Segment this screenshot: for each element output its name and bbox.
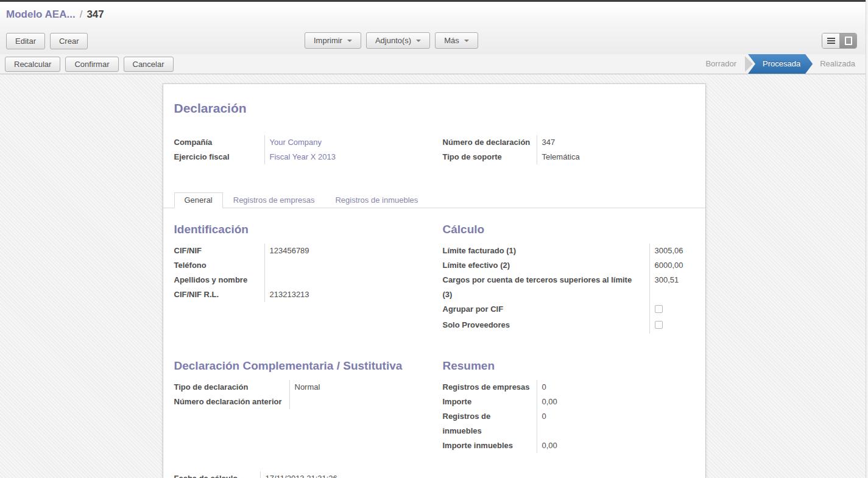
breadcrumb-parent[interactable]: Modelo AEA... <box>6 9 76 21</box>
field-value: 347 <box>537 135 556 150</box>
print-dropdown-button[interactable]: Imprimir <box>305 32 361 49</box>
field-label: Solo Proveedores <box>443 318 650 334</box>
field-numero-declaracion: Número de declaración 347 <box>443 135 694 150</box>
form-icon <box>845 37 852 45</box>
header-fields: Compañía Your Company Ejercicio fiscal F… <box>174 135 694 164</box>
field-label: CIF/NIF R.L. <box>174 287 265 302</box>
field-label: Fecha de cálculo <box>174 471 261 478</box>
fiscal-year-link[interactable]: Fiscal Year X 2013 <box>265 150 336 164</box>
solo-proveedores-checkbox[interactable] <box>655 321 663 329</box>
status-procesada-active: Procesada <box>748 54 813 74</box>
field-tipo-de-declaracion: Tipo de declaración Normal <box>174 380 426 395</box>
field-limite-efectivo: Límite efectivo (2) 6000,00 <box>443 258 694 273</box>
field-value: 123456789 <box>265 244 309 258</box>
form-sheet: Declaración Compañía Your Company Ejerci… <box>163 83 706 478</box>
field-importe-inmuebles: Importe inmuebles 0,00 <box>443 438 694 453</box>
field-label: Agrupar por CIF <box>443 302 650 318</box>
field-value <box>290 395 295 409</box>
field-value: 300,51 <box>650 273 679 302</box>
field-value: Telemática <box>537 150 580 164</box>
field-label: CIF/NIF <box>174 244 265 258</box>
tab-registros-de-empresas[interactable]: Registros de empresas <box>223 192 325 208</box>
list-view-button[interactable] <box>822 33 839 48</box>
field-value: Normal <box>290 380 320 395</box>
field-agrupar-por-cif: Agrupar por CIF <box>443 302 694 318</box>
field-value: 17/11/2013 21:31:26 <box>261 471 337 478</box>
field-numero-declaracion-anterior: Número declaración anterior <box>174 395 426 409</box>
status-realizada: Realizada <box>813 54 863 74</box>
confirm-button[interactable]: Confirmar <box>65 57 118 72</box>
scrollbar-track[interactable] <box>866 0 868 478</box>
field-fecha-de-calculo: Fecha de cálculo 17/11/2013 21:31:26 <box>174 471 694 478</box>
field-value: 6000,00 <box>650 258 683 273</box>
print-label: Imprimir <box>314 36 342 45</box>
form-action-bar: Recalcular Confirmar Cancelar Borrador P… <box>0 54 868 74</box>
field-label: Ejercicio fiscal <box>174 150 265 164</box>
field-label: Compañía <box>174 135 265 150</box>
form-view-button[interactable] <box>839 33 856 48</box>
main-toolbar: Editar Crear Imprimir Adjunto(s) Más <box>0 27 868 54</box>
more-dropdown-button[interactable]: Más <box>435 32 478 49</box>
status-borrador: Borrador <box>698 54 744 74</box>
field-cargos-terceros: Cargos por cuenta de terceros superiores… <box>443 273 694 302</box>
section-title-complementaria: Declaración Complementaria / Sustitutiva <box>174 359 426 373</box>
more-label: Más <box>444 36 459 45</box>
recalculate-button[interactable]: Recalcular <box>5 57 60 72</box>
field-label: Importe <box>443 395 537 409</box>
field-cif-nif: CIF/NIF 123456789 <box>174 244 426 258</box>
field-value <box>265 273 270 287</box>
section-title-calculo: Cálculo <box>443 223 694 236</box>
edit-button[interactable]: Editar <box>6 33 45 49</box>
field-value: 3005,06 <box>650 244 683 258</box>
attachments-dropdown-button[interactable]: Adjunto(s) <box>366 32 430 49</box>
create-button[interactable]: Crear <box>50 33 88 49</box>
action-dropdowns: Imprimir Adjunto(s) Más <box>305 32 483 49</box>
tab-registros-de-inmuebles[interactable]: Registros de inmuebles <box>325 192 428 208</box>
attachments-label: Adjunto(s) <box>375 36 411 45</box>
field-label: Apellidos y nombre <box>174 273 265 287</box>
field-compania: Compañía Your Company <box>174 135 426 150</box>
field-value <box>265 258 270 273</box>
cancel-button[interactable]: Cancelar <box>124 57 174 72</box>
tab-general[interactable]: General <box>174 192 223 208</box>
company-link[interactable]: Your Company <box>265 135 322 150</box>
field-label: Teléfono <box>174 258 265 273</box>
breadcrumb-separator: / <box>80 9 83 21</box>
calc-date-block: Fecha de cálculo 17/11/2013 21:31:26 <box>174 471 694 478</box>
page-title: Declaración <box>174 101 694 116</box>
field-label: Tipo de soporte <box>443 150 537 164</box>
view-switcher <box>822 33 857 49</box>
breadcrumb: Modelo AEA... / 347 <box>0 2 868 27</box>
field-label: Registros de empresas <box>443 380 537 395</box>
field-telefono: Teléfono <box>174 258 426 273</box>
agrupar-por-cif-checkbox[interactable] <box>655 305 663 313</box>
field-registros-de-empresas: Registros de empresas 0 <box>443 380 694 395</box>
field-value: 0 <box>537 380 546 395</box>
statusbar: Borrador Procesada Realizada <box>698 54 863 74</box>
field-solo-proveedores: Solo Proveedores <box>443 318 694 334</box>
section-row-1: Identificación CIF/NIF 123456789 Teléfon… <box>174 223 694 334</box>
field-importe: Importe 0,00 <box>443 395 694 409</box>
caret-down-icon <box>347 40 352 42</box>
field-value: 213213213 <box>265 287 309 302</box>
field-cif-nif-rl: CIF/NIF R.L. 213213213 <box>174 287 426 302</box>
field-label: Tipo de declaración <box>174 380 290 395</box>
field-value: 0,00 <box>537 395 557 409</box>
field-apellidos-y-nombre: Apellidos y nombre <box>174 273 426 287</box>
field-tipo-soporte: Tipo de soporte Telemática <box>443 150 694 164</box>
field-label: Número declaración anterior <box>174 395 290 409</box>
caret-down-icon <box>416 40 421 42</box>
field-label: Cargos por cuenta de terceros superiores… <box>443 273 650 302</box>
caret-down-icon <box>464 40 469 42</box>
field-value: 0 <box>537 409 546 438</box>
field-registros-de-inmuebles: Registros de inmuebles 0 <box>443 409 694 438</box>
list-icon <box>827 38 835 39</box>
notebook-tabs: General Registros de empresas Registros … <box>163 192 705 208</box>
field-limite-facturado: Límite facturado (1) 3005,06 <box>443 244 694 258</box>
field-label: Número de declaración <box>443 135 537 150</box>
field-label: Límite efectivo (2) <box>443 258 650 273</box>
section-title-resumen: Resumen <box>443 359 694 373</box>
form-view-background: Declaración Compañía Your Company Ejerci… <box>0 74 868 478</box>
section-title-identificacion: Identificación <box>174 223 426 236</box>
field-ejercicio-fiscal: Ejercicio fiscal Fiscal Year X 2013 <box>174 150 426 164</box>
